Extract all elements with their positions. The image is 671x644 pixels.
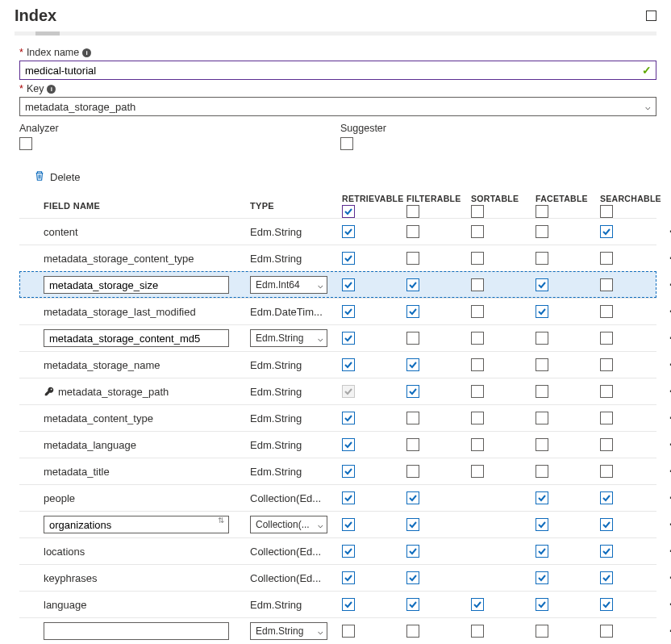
checkbox[interactable] <box>342 358 355 371</box>
checkbox[interactable] <box>600 332 613 345</box>
table-row[interactable]: metadata_storage_last_modifiedEdm.DateTi… <box>19 298 656 324</box>
checkbox[interactable] <box>406 225 419 238</box>
checkbox[interactable] <box>342 491 355 504</box>
checkbox[interactable] <box>536 598 548 611</box>
checkbox[interactable] <box>342 625 355 638</box>
checkbox[interactable] <box>471 412 484 424</box>
header-sortable-checkbox[interactable] <box>471 205 484 218</box>
table-row[interactable]: metadata_storage_pathEdm.String··· <box>19 378 656 404</box>
more-icon[interactable]: ··· <box>660 411 671 425</box>
checkbox[interactable] <box>342 571 355 584</box>
checkbox[interactable] <box>471 225 484 238</box>
checkbox[interactable] <box>600 278 613 291</box>
analyzer-checkbox[interactable] <box>19 137 32 150</box>
checkbox[interactable] <box>342 412 355 424</box>
checkbox[interactable] <box>536 305 548 318</box>
checkbox[interactable] <box>600 252 613 265</box>
more-icon[interactable]: ··· <box>660 437 671 452</box>
checkbox[interactable] <box>342 332 355 345</box>
checkbox[interactable] <box>536 385 548 398</box>
checkbox[interactable] <box>406 598 419 611</box>
checkbox[interactable] <box>342 465 355 478</box>
checkbox[interactable] <box>471 438 484 451</box>
checkbox[interactable] <box>342 305 355 318</box>
checkbox[interactable] <box>600 625 613 638</box>
checkbox[interactable] <box>406 305 419 318</box>
checkbox[interactable] <box>406 438 419 451</box>
checkbox[interactable] <box>600 412 613 424</box>
type-select[interactable]: Collection(...⌵ <box>250 516 327 533</box>
checkbox[interactable] <box>600 518 613 531</box>
checkbox[interactable] <box>536 545 548 558</box>
checkbox[interactable] <box>471 465 484 478</box>
checkbox[interactable] <box>471 385 484 398</box>
checkbox[interactable] <box>600 491 613 504</box>
more-icon[interactable]: ··· <box>660 491 671 505</box>
checkbox[interactable] <box>406 571 419 584</box>
header-searchable-checkbox[interactable] <box>600 205 613 218</box>
header-facetable-checkbox[interactable] <box>536 205 548 218</box>
checkbox[interactable] <box>406 332 419 345</box>
header-filterable-checkbox[interactable] <box>406 205 419 218</box>
checkbox[interactable] <box>536 518 548 531</box>
more-icon[interactable]: ··· <box>660 358 671 372</box>
checkbox[interactable] <box>600 465 613 478</box>
checkbox[interactable] <box>536 358 548 371</box>
maximize-icon[interactable] <box>646 10 656 21</box>
checkbox[interactable] <box>600 571 613 584</box>
more-icon[interactable]: ··· <box>660 384 671 399</box>
checkbox[interactable] <box>342 225 355 238</box>
checkbox[interactable] <box>600 385 613 398</box>
header-retrievable-checkbox[interactable] <box>342 205 355 218</box>
field-name-input[interactable] <box>44 516 229 533</box>
more-icon[interactable]: ··· <box>660 304 671 319</box>
checkbox[interactable] <box>342 252 355 265</box>
checkbox[interactable] <box>406 545 419 558</box>
table-row[interactable]: Edm.String⌵··· <box>19 324 656 351</box>
table-row[interactable]: metadata_storage_content_typeEdm.String·… <box>19 245 656 271</box>
checkbox[interactable] <box>600 545 613 558</box>
table-row[interactable]: locationsCollection(Ed...··· <box>19 537 656 564</box>
checkbox[interactable] <box>406 491 419 504</box>
more-icon[interactable]: ··· <box>660 544 671 558</box>
checkbox[interactable] <box>600 305 613 318</box>
checkbox[interactable] <box>471 305 484 318</box>
checkbox[interactable] <box>471 625 484 638</box>
checkbox[interactable] <box>406 625 419 638</box>
checkbox[interactable] <box>342 278 355 291</box>
checkbox[interactable] <box>536 278 548 291</box>
checkbox[interactable] <box>536 491 548 504</box>
index-name-input[interactable] <box>19 61 656 80</box>
checkbox[interactable] <box>406 358 419 371</box>
table-row[interactable]: metadata_languageEdm.String··· <box>19 431 656 458</box>
checkbox[interactable] <box>536 571 548 584</box>
table-row[interactable]: metadata_titleEdm.String··· <box>19 458 656 484</box>
type-select[interactable]: Edm.String⌵ <box>250 622 327 640</box>
table-row[interactable]: Edm.String⌵··· <box>19 617 656 644</box>
more-icon[interactable]: ··· <box>660 224 671 239</box>
checkbox[interactable] <box>536 465 548 478</box>
checkbox[interactable] <box>471 358 484 371</box>
more-icon[interactable]: ··· <box>660 624 671 638</box>
checkbox[interactable] <box>536 225 548 238</box>
checkbox[interactable] <box>471 332 484 345</box>
checkbox[interactable] <box>471 598 484 611</box>
table-row[interactable]: metadata_storage_nameEdm.String··· <box>19 351 656 378</box>
table-row[interactable]: metadata_content_typeEdm.String··· <box>19 404 656 431</box>
table-row[interactable]: languageEdm.String··· <box>19 591 656 617</box>
field-name-input[interactable] <box>44 329 229 347</box>
checkbox[interactable] <box>536 252 548 265</box>
checkbox[interactable] <box>406 278 419 291</box>
type-select[interactable]: Edm.Int64⌵ <box>250 276 327 294</box>
checkbox[interactable] <box>600 598 613 611</box>
checkbox[interactable] <box>536 412 548 424</box>
checkbox[interactable] <box>342 438 355 451</box>
more-icon[interactable]: ··· <box>660 278 671 292</box>
checkbox[interactable] <box>536 625 548 638</box>
more-icon[interactable]: ··· <box>660 331 671 345</box>
info-icon[interactable]: i <box>82 48 91 57</box>
delete-button[interactable]: Delete <box>34 170 656 184</box>
more-icon[interactable]: ··· <box>660 517 671 532</box>
checkbox[interactable] <box>600 225 613 238</box>
more-icon[interactable]: ··· <box>660 251 671 266</box>
